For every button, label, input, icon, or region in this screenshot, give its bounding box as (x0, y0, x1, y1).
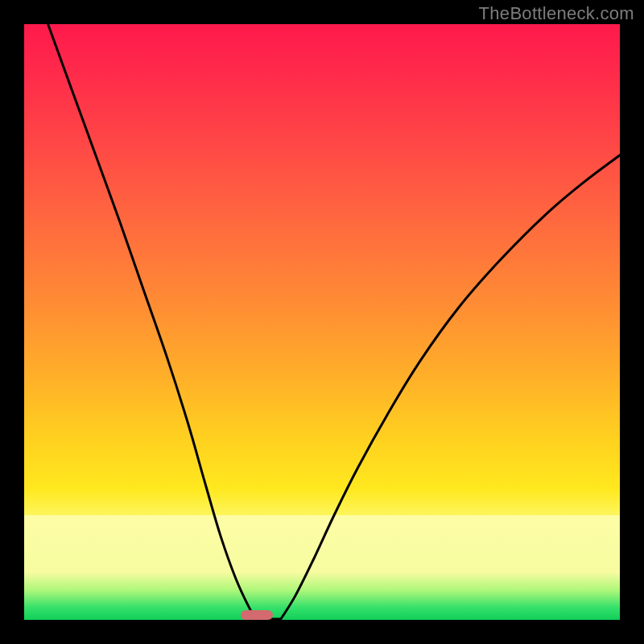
plot-area (24, 24, 620, 620)
curve-path (48, 24, 620, 620)
bottleneck-curve (24, 24, 620, 620)
minimum-marker (241, 610, 273, 620)
chart-frame: TheBottleneck.com (0, 0, 644, 644)
watermark-text: TheBottleneck.com (479, 3, 634, 24)
